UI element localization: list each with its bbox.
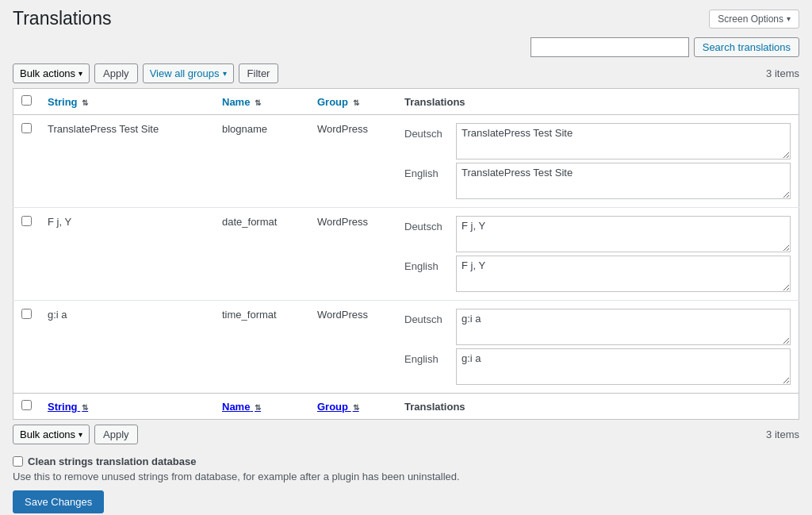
row-string-2: g:i a bbox=[40, 301, 214, 394]
translation-row-1-0: Deutsch bbox=[404, 216, 791, 252]
translation-textarea-1-1[interactable] bbox=[456, 256, 791, 292]
bulk-actions-label-top: Bulk actions bbox=[20, 67, 75, 79]
sort-string-footer-icon: ⇅ bbox=[82, 403, 88, 412]
col-header-name: Name ⇅ bbox=[214, 89, 309, 115]
row-checkbox-cell bbox=[13, 115, 40, 208]
sort-group-footer-link[interactable]: Group ⇅ bbox=[317, 401, 359, 413]
bulk-actions-dropdown-top[interactable]: Bulk actions ▾ bbox=[13, 63, 90, 83]
translation-pair-0: DeutschEnglish bbox=[404, 123, 791, 199]
row-checkbox-cell bbox=[13, 208, 40, 301]
row-checkbox-1[interactable] bbox=[21, 216, 32, 226]
top-toolbar-left: Bulk actions ▾ Apply View all groups ▾ F… bbox=[13, 63, 278, 83]
row-checkbox-0[interactable] bbox=[21, 123, 32, 133]
translations-table: String ⇅ Name ⇅ Group ⇅ bbox=[13, 88, 799, 420]
table-row: TranslatePress Test SiteblognameWordPres… bbox=[13, 115, 799, 208]
filter-button-top[interactable]: Filter bbox=[239, 63, 279, 83]
translation-textarea-1-0[interactable] bbox=[456, 216, 791, 252]
translation-lang-1-1: English bbox=[404, 256, 448, 272]
row-checkbox-cell bbox=[13, 301, 40, 394]
translation-row-0-0: Deutsch bbox=[404, 123, 791, 159]
sort-name-footer-icon: ⇅ bbox=[255, 403, 261, 412]
top-items-count: 3 items bbox=[766, 67, 799, 79]
bottom-toolbar-left: Bulk actions ▾ Apply bbox=[13, 425, 138, 444]
translation-lang-0-1: English bbox=[404, 163, 448, 179]
sort-name-icon: ⇅ bbox=[255, 98, 261, 107]
save-changes-button[interactable]: Save Changes bbox=[13, 490, 104, 513]
search-input[interactable] bbox=[530, 37, 689, 57]
row-translations-0: DeutschEnglish bbox=[396, 115, 799, 208]
sort-group-icon: ⇅ bbox=[353, 98, 359, 107]
translation-lang-0-0: Deutsch bbox=[404, 123, 448, 140]
translation-row-2-1: English bbox=[404, 348, 791, 385]
footer-section: Clean strings translation database Use t… bbox=[13, 455, 799, 513]
bulk-actions-chevron-icon-bottom: ▾ bbox=[79, 430, 82, 439]
screen-options-chevron-icon: ▾ bbox=[787, 14, 791, 23]
sort-name-footer-link[interactable]: Name ⇅ bbox=[222, 401, 261, 413]
sort-string-footer-link[interactable]: String ⇅ bbox=[48, 401, 88, 413]
page-title: Translations bbox=[13, 8, 111, 29]
search-translations-button[interactable]: Search translations bbox=[694, 37, 799, 57]
clean-db-desc: Use this to remove unused strings from d… bbox=[13, 471, 799, 482]
view-all-groups-label: View all groups bbox=[150, 67, 220, 79]
apply-button-top[interactable]: Apply bbox=[94, 63, 138, 83]
sort-group-footer-icon: ⇅ bbox=[353, 403, 359, 412]
row-group-2: WordPress bbox=[309, 301, 396, 394]
row-translations-1: DeutschEnglish bbox=[396, 208, 799, 301]
row-group-0: WordPress bbox=[309, 115, 396, 208]
translation-textarea-2-0[interactable] bbox=[456, 309, 791, 345]
select-all-checkbox-bottom[interactable] bbox=[21, 400, 32, 410]
col-footer-string: String ⇅ bbox=[40, 394, 214, 420]
col-header-string: String ⇅ bbox=[40, 89, 214, 115]
bulk-actions-dropdown-bottom[interactable]: Bulk actions ▾ bbox=[13, 425, 90, 444]
translation-lang-2-0: Deutsch bbox=[404, 309, 448, 325]
row-group-1: WordPress bbox=[309, 208, 396, 301]
bottom-toolbar: Bulk actions ▾ Apply 3 items bbox=[13, 425, 799, 444]
sort-group-link[interactable]: Group ⇅ bbox=[317, 96, 359, 108]
row-name-1: date_format bbox=[214, 208, 309, 301]
top-toolbar: Bulk actions ▾ Apply View all groups ▾ F… bbox=[13, 63, 799, 83]
row-checkbox-2[interactable] bbox=[21, 309, 32, 319]
table-footer-row: String ⇅ Name ⇅ Group ⇅ bbox=[13, 394, 799, 420]
col-header-group: Group ⇅ bbox=[309, 89, 396, 115]
translation-pair-1: DeutschEnglish bbox=[404, 216, 791, 292]
bottom-items-count: 3 items bbox=[766, 429, 799, 440]
translation-textarea-2-1[interactable] bbox=[456, 348, 791, 385]
table-body: TranslatePress Test SiteblognameWordPres… bbox=[13, 115, 799, 394]
table-header-row: String ⇅ Name ⇅ Group ⇅ bbox=[13, 89, 799, 115]
col-header-translations: Translations bbox=[396, 89, 799, 115]
screen-options-button[interactable]: Screen Options ▾ bbox=[709, 10, 799, 29]
translation-pair-2: DeutschEnglish bbox=[404, 309, 791, 385]
table-row: F j, Ydate_formatWordPressDeutschEnglish bbox=[13, 208, 799, 301]
search-row: Search translations bbox=[13, 37, 799, 57]
sort-string-link[interactable]: String ⇅ bbox=[48, 96, 88, 108]
col-footer-translations: Translations bbox=[396, 394, 799, 420]
translation-lang-1-0: Deutsch bbox=[404, 216, 448, 233]
translation-lang-2-1: English bbox=[404, 348, 448, 365]
table-row: g:i atime_formatWordPressDeutschEnglish bbox=[13, 301, 799, 394]
col-footer-name: Name ⇅ bbox=[214, 394, 309, 420]
view-all-groups-chevron-icon: ▾ bbox=[223, 69, 227, 78]
translation-row-2-0: Deutsch bbox=[404, 309, 791, 345]
bulk-actions-chevron-icon-top: ▾ bbox=[79, 69, 82, 78]
row-string-0: TranslatePress Test Site bbox=[40, 115, 214, 208]
translation-row-0-1: English bbox=[404, 163, 791, 199]
apply-button-bottom[interactable]: Apply bbox=[94, 425, 138, 444]
row-translations-2: DeutschEnglish bbox=[396, 301, 799, 394]
select-all-checkbox-top[interactable] bbox=[21, 95, 32, 106]
sort-name-link[interactable]: Name ⇅ bbox=[222, 96, 261, 108]
screen-options-label: Screen Options bbox=[718, 13, 783, 25]
row-string-1: F j, Y bbox=[40, 208, 214, 301]
translation-row-1-1: English bbox=[404, 256, 791, 292]
col-header-cb bbox=[13, 89, 40, 115]
row-name-2: time_format bbox=[214, 301, 309, 394]
view-all-groups-dropdown[interactable]: View all groups ▾ bbox=[143, 63, 234, 83]
translation-textarea-0-1[interactable] bbox=[456, 163, 791, 199]
row-name-0: blogname bbox=[214, 115, 309, 208]
clean-db-row: Clean strings translation database bbox=[13, 455, 799, 467]
clean-db-label: Clean strings translation database bbox=[28, 455, 196, 467]
clean-db-checkbox[interactable] bbox=[13, 456, 23, 467]
translation-textarea-0-0[interactable] bbox=[456, 123, 791, 159]
col-footer-group: Group ⇅ bbox=[309, 394, 396, 420]
col-footer-cb bbox=[13, 394, 40, 420]
sort-string-icon: ⇅ bbox=[82, 98, 88, 107]
